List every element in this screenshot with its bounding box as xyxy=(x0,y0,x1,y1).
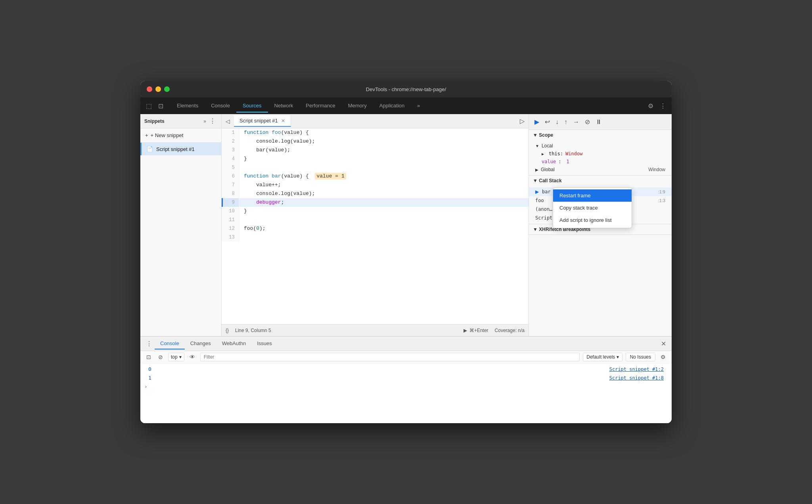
console-log-0-value: 0 xyxy=(148,366,160,372)
console-settings-icon[interactable]: ⚙ xyxy=(659,353,668,361)
step-over-button[interactable]: ↩ xyxy=(543,116,552,127)
minimize-button[interactable] xyxy=(155,86,161,92)
callstack-bar-loc: :1:9 xyxy=(658,189,665,194)
bottom-tab-changes[interactable]: Changes xyxy=(185,338,216,349)
call-stack-triangle-icon: ▼ xyxy=(533,178,538,183)
title-bar: DevTools - chrome://new-tab-page/ xyxy=(140,81,672,97)
global-scope-value: Window xyxy=(648,167,665,172)
step-out-button[interactable]: ↑ xyxy=(563,117,569,127)
console-levels-dropdown[interactable]: Default levels ▾ xyxy=(583,353,622,361)
console-output: 0 Script snippet #1:2 1 Script snippet #… xyxy=(140,363,672,423)
scope-value-item[interactable]: value : 1 xyxy=(529,158,672,166)
sidebar-toggle-icon[interactable]: ◁ xyxy=(222,115,234,128)
code-line-8: 8 console.log(value); xyxy=(222,189,529,198)
select-tool-icon[interactable]: ⬚ xyxy=(144,101,154,111)
scope-this-item[interactable]: ▶ this: Window xyxy=(529,150,672,158)
close-button[interactable] xyxy=(147,86,152,92)
console-caret-icon: › xyxy=(144,384,147,389)
pause-on-exceptions-button[interactable]: ⏸ xyxy=(594,117,603,127)
scope-header[interactable]: ▼ Scope xyxy=(529,130,672,140)
scope-section: ▼ Scope ▼ Local ▶ this: Window xyxy=(529,130,672,176)
callstack-foo-loc: :1:3 xyxy=(658,198,665,203)
tab-console[interactable]: Console xyxy=(205,99,236,113)
devtools-window: DevTools - chrome://new-tab-page/ ⬚ ⊡ El… xyxy=(140,81,672,423)
tab-network[interactable]: Network xyxy=(268,99,300,113)
resume-button[interactable]: ▶ xyxy=(533,116,541,127)
right-panel: ▶ ↩ ↓ ↑ → ⊘ ⏸ ▼ Scope ▼ xyxy=(529,114,672,336)
global-scope-header[interactable]: ▶ Global Window xyxy=(529,166,672,174)
editor-file-tab[interactable]: Script snippet #1 ✕ xyxy=(234,115,291,127)
top-dropdown-arrow: ▾ xyxy=(179,354,182,360)
bottom-more-icon[interactable]: ⋮ xyxy=(144,340,155,347)
maximize-button[interactable] xyxy=(164,86,170,92)
bottom-panel-close-icon[interactable]: ✕ xyxy=(659,340,668,347)
bottom-panel: ⋮ Console Changes WebAuthn Issues ✕ ⊡ ⊘ … xyxy=(140,336,672,423)
console-log-0-src[interactable]: Script snippet #1:2 xyxy=(609,367,664,372)
issues-label: No Issues xyxy=(630,354,651,360)
code-line-11: 11 xyxy=(222,216,529,224)
deactivate-breakpoints-button[interactable]: ⊘ xyxy=(583,116,592,127)
settings-icon[interactable]: ⚙ xyxy=(645,101,656,111)
bottom-tab-issues[interactable]: Issues xyxy=(251,338,278,349)
plus-icon: + xyxy=(145,132,148,138)
console-log-0: 0 Script snippet #1:2 xyxy=(140,365,672,374)
local-scope-header[interactable]: ▼ Local xyxy=(529,142,672,150)
left-panel: Snippets » ⋮ + + New snippet 📄 Script sn… xyxy=(140,114,222,336)
global-scope-label: Global xyxy=(541,167,555,172)
local-scope-label: Local xyxy=(542,143,553,149)
bottom-tab-bar: ⋮ Console Changes WebAuthn Issues ✕ xyxy=(140,337,672,351)
bottom-tab-webauthn[interactable]: WebAuthn xyxy=(216,338,251,349)
call-stack-header[interactable]: ▼ Call Stack xyxy=(529,176,672,186)
tab-performance[interactable]: Performance xyxy=(299,99,341,113)
console-eye-icon[interactable]: 👁 xyxy=(188,353,197,361)
tab-memory[interactable]: Memory xyxy=(342,99,373,113)
this-expand-icon: ▶ xyxy=(542,152,544,156)
tab-bar-icons: ⬚ ⊡ xyxy=(144,101,166,111)
top-context-dropdown[interactable]: top ▾ xyxy=(168,353,184,361)
format-icon[interactable]: {} xyxy=(226,328,229,333)
editor-status-bar: {} Line 9, Column 5 ▶ ⌘+Enter Coverage: … xyxy=(222,324,529,336)
code-line-6: 6 function bar(value) { value = 1 xyxy=(222,172,529,181)
code-line-7: 7 value++; xyxy=(222,181,529,189)
more-options-icon[interactable]: ⋮ xyxy=(657,101,668,111)
scope-title: Scope xyxy=(539,132,553,138)
console-log-1: 1 Script snippet #1:8 xyxy=(140,374,672,382)
step-into-button[interactable]: ↓ xyxy=(554,117,560,127)
editor-tab-close-icon[interactable]: ✕ xyxy=(281,118,285,124)
code-line-5: 5 xyxy=(222,163,529,172)
code-line-2: 2 console.log(value); xyxy=(222,137,529,146)
code-editor[interactable]: 1 function foo(value) { 2 console.log(va… xyxy=(222,128,529,324)
tab-elements[interactable]: Elements xyxy=(170,99,205,113)
tab-bar-right: ⚙ ⋮ xyxy=(645,101,668,111)
run-snippet-icon[interactable]: ▷ xyxy=(516,115,529,127)
console-log-1-src[interactable]: Script snippet #1:8 xyxy=(609,375,664,381)
tab-application[interactable]: Application xyxy=(373,99,411,113)
bottom-tab-console[interactable]: Console xyxy=(155,338,185,349)
code-line-13: 13 xyxy=(222,233,529,242)
call-stack-title: Call Stack xyxy=(539,178,561,183)
snippet-name: Script snippet #1 xyxy=(156,146,195,152)
device-toggle-icon[interactable]: ⊡ xyxy=(156,101,166,111)
console-issues-button[interactable]: No Issues xyxy=(626,353,655,361)
editor-tab-name: Script snippet #1 xyxy=(239,118,278,124)
ctx-restart-frame[interactable]: Restart frame xyxy=(553,189,632,202)
run-command[interactable]: ▶ ⌘+Enter xyxy=(463,328,488,333)
tab-more-icon[interactable]: » xyxy=(411,99,426,113)
console-clear-icon[interactable]: ⊡ xyxy=(144,353,153,361)
ctx-add-to-ignore[interactable]: Add script to ignore list xyxy=(553,214,632,226)
snippets-more-icon[interactable]: » xyxy=(202,118,208,124)
snippet-item[interactable]: 📄 Script snippet #1 xyxy=(140,143,221,155)
tab-sources[interactable]: Sources xyxy=(236,99,268,113)
ctx-copy-stack-trace[interactable]: Copy stack trace xyxy=(553,202,632,214)
new-snippet-label: + New snippet xyxy=(151,132,184,138)
run-shortcut: ⌘+Enter xyxy=(469,328,488,333)
console-prompt[interactable]: › xyxy=(140,382,672,391)
console-filter-input[interactable] xyxy=(200,353,580,361)
snippet-file-icon: 📄 xyxy=(146,146,153,152)
snippets-dots-icon[interactable]: ⋮ xyxy=(208,117,217,125)
new-snippet-button[interactable]: + + New snippet xyxy=(140,128,221,143)
step-button[interactable]: → xyxy=(571,117,581,127)
code-line-4: 4 } xyxy=(222,155,529,163)
scope-triangle-icon: ▼ xyxy=(533,132,538,138)
console-block-icon[interactable]: ⊘ xyxy=(156,353,165,361)
